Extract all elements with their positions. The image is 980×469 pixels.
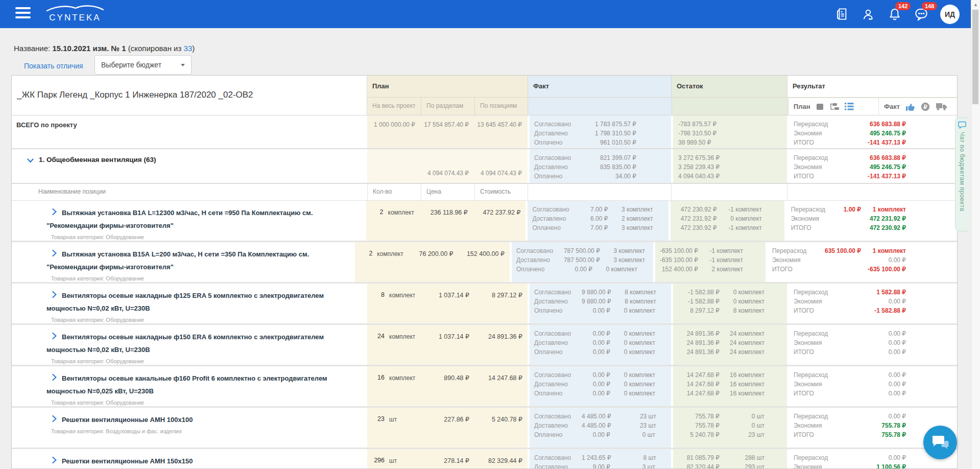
budget-select-placeholder: Выберите бюджет [101, 61, 161, 69]
top-bar: CYNTEKA 142 148 ИД [0, 0, 980, 28]
item-price-cell: 76 200.00 ₽ [407, 242, 458, 282]
news-feed-icon[interactable] [834, 7, 849, 22]
collapse-chevron-icon[interactable] [27, 157, 34, 165]
hamburger-menu-icon[interactable] [15, 7, 31, 20]
chevron-down-icon [181, 64, 185, 66]
item-cost-cell: 14 247.68 ₽ [474, 366, 528, 406]
user-avatar[interactable]: ИД [940, 5, 960, 24]
scrollbar-thumb[interactable] [972, 10, 978, 104]
item-cost-cell: 8 297.12 ₽ [474, 284, 528, 323]
total-plan-sections: 17 554 857.40 ₽ [421, 121, 474, 148]
fact-delivered-truck-icon[interactable] [936, 103, 948, 111]
budget-select[interactable]: Выберите бюджет [94, 55, 192, 75]
total-fact-cell: Согласовано1 783 875.57 ₽ Доставлено1 79… [528, 115, 671, 148]
column-cost: Стоимость [474, 184, 528, 200]
item-category: Оборудование [106, 234, 144, 240]
plan-tree-view-icon[interactable] [830, 103, 839, 111]
vertical-scrollbar[interactable]: ▲ [971, 0, 980, 469]
item-rest-cell: -635 100.00 ₽-1 комплект -635 100.00 ₽-1… [653, 242, 766, 282]
table-row: Решетки вентиляционные АМН 150х150 Товар… [12, 449, 957, 469]
section-row: 1. Общеобменная вентиляция (63) 4 094 07… [12, 149, 957, 184]
plan-sub-by-positions: По позициям [474, 98, 528, 115]
table-row: Вентиляторы осевые накладные ф150 ERA 6 … [12, 325, 957, 366]
column-qty: Кол-во [367, 184, 421, 200]
item-name: Решетки вентиляционные АМН 100х100 [62, 416, 193, 424]
item-qty-cell: 2комплект [355, 242, 407, 282]
item-price-cell: 890.48 ₽ [421, 366, 474, 406]
item-qty-cell: 8комплект [367, 284, 421, 323]
budget-table: _ЖК Парк Легенд _Корпус 1 Инженерка 187/… [11, 75, 958, 469]
chat-tab-label: Чат по бюджетам проекта [959, 132, 966, 212]
item-fact-cell: Согласовано0.00 ₽0 комплект Доставлено0.… [528, 325, 671, 365]
support-icon[interactable] [861, 7, 876, 22]
columns-header-row: Наименование позиции Кол-во Цена Стоимос… [12, 184, 957, 201]
expand-chevron-icon[interactable] [52, 372, 62, 385]
expand-chevron-icon[interactable] [52, 248, 62, 261]
table-row: Вентиляторы осевые накладные ф125 ERA 5 … [12, 284, 957, 325]
item-fact-cell: Согласовано0.00 ₽0 комплект Доставлено0.… [528, 366, 671, 406]
expand-chevron-icon[interactable] [52, 455, 62, 467]
total-plan-positions: 13 645 457.40 ₽ [474, 121, 528, 148]
table-row: Вытяжная установка В1А L=12300 м3/час, Н… [12, 201, 957, 242]
total-row: ВСЕГО по проекту 1 000 000.00 ₽ 17 554 8… [12, 115, 957, 149]
scroll-up-arrow[interactable]: ▲ [971, 0, 980, 7]
notifications-bell-icon[interactable]: 142 [887, 7, 902, 22]
item-category: Воздуховоды и фас. изделия [106, 428, 181, 434]
item-rest-cell: 755.78 ₽0 шт 755.78 ₽0 шт 5 240.78 ₽23 ш… [671, 408, 787, 448]
item-rest-cell: 81 085.79 ₽288 шт 82 320.44 ₽293 шт 82 3… [671, 449, 787, 469]
group-header-rest: Остаток [671, 76, 787, 97]
item-price-cell: 236 118.96 ₽ [419, 201, 473, 241]
item-rest-cell: 24 891.36 ₽24 комплект 24 891.36 ₽24 ком… [671, 325, 787, 365]
plan-sub-by-sections: По разделам [421, 98, 474, 115]
total-plan-values: 1 000 000.00 ₽ 17 554 857.40 ₽ 13 645 45… [367, 115, 528, 148]
result-plan-label: План [794, 103, 810, 110]
total-result-cell: Перерасход636 683.88 ₽ Экономия495 246.7… [787, 115, 957, 148]
messages-badge: 148 [922, 2, 937, 10]
expand-chevron-icon[interactable] [52, 289, 62, 302]
plan-list-view-icon[interactable] [845, 103, 854, 110]
copied-suffix: ) [192, 44, 195, 53]
section-plan-sections: 4 094 074.43 ₽ [421, 170, 474, 177]
item-cost-cell: 472 237.92 ₽ [473, 201, 526, 241]
item-qty-cell: 23шт [367, 408, 421, 448]
item-result-cell: Перерасход1.00 ₽1 комплект Экономия472 2… [784, 201, 957, 241]
section-fact-cell: Согласовано821 399.07 ₽ Доставлено835 83… [528, 149, 671, 183]
item-fact-cell: Согласовано9 880.00 ₽8 комплект Доставле… [528, 284, 671, 323]
item-qty-cell: 2комплект [366, 201, 420, 241]
item-fact-cell: Согласовано7.00 ₽3 комплект Доставлено6.… [525, 201, 668, 241]
item-name: Вентиляторы осевые накладные ф150 ERA 6 … [46, 333, 324, 354]
app-logo: CYNTEKA [42, 4, 108, 23]
chat-bubble-icon [958, 121, 966, 129]
project-budgets-chat-tab[interactable]: Чат по бюджетам проекта [955, 118, 968, 231]
messages-icon[interactable]: 148 [914, 7, 929, 22]
plan-card-view-icon[interactable] [816, 103, 824, 111]
item-rest-cell: 472 230.92 ₽-1 комплект 472 231.92 ₽0 ко… [668, 201, 784, 241]
column-price: Цена [421, 184, 474, 200]
item-fact-cell: Согласовано1 243.65 ₽8 шт Доставлено9.00… [528, 449, 671, 469]
item-name: Вентиляторы осевые накладные ф125 ERA 5 … [46, 292, 324, 312]
fact-approved-icon[interactable] [905, 102, 915, 111]
total-row-label: ВСЕГО по проекту [12, 115, 367, 148]
item-category: Оборудование [106, 400, 144, 406]
chat-bubbles-icon [930, 434, 950, 451]
table-row: Вентиляторы осевые канальные ф160 Profit… [12, 366, 957, 408]
item-category: Оборудование [106, 358, 144, 364]
item-cost-cell: 82 329.44 ₽ [474, 449, 528, 469]
show-differences-link[interactable]: Показать отличия [24, 62, 83, 70]
section-plan-values: 4 094 074.43 ₽ 4 094 074.43 ₽ [367, 149, 528, 183]
table-header: _ЖК Парк Легенд _Корпус 1 Инженерка 187/… [12, 76, 957, 115]
item-price-cell: 227.86 ₽ [421, 408, 474, 448]
budget-name: 15.10.2021 изм. № 1 [52, 44, 126, 53]
item-fact-cell: Согласовано787 500.00 ₽3 комплект Достав… [510, 242, 653, 282]
result-view-toolbar: План Факт ₽ [788, 98, 957, 115]
item-name: Вытяжная установка В15А L=200 м3/час, Н … [46, 250, 309, 271]
group-header-fact: Факт [528, 76, 671, 97]
name-label: Название: [14, 44, 50, 53]
fact-paid-icon[interactable]: ₽ [921, 102, 930, 111]
expand-chevron-icon[interactable] [52, 206, 62, 219]
expand-chevron-icon[interactable] [52, 331, 62, 343]
support-chat-fab[interactable] [923, 426, 957, 459]
copied-from-link[interactable]: 33 [184, 44, 193, 53]
expand-chevron-icon[interactable] [52, 413, 62, 426]
item-cost-cell: 5 240.78 ₽ [474, 408, 528, 448]
